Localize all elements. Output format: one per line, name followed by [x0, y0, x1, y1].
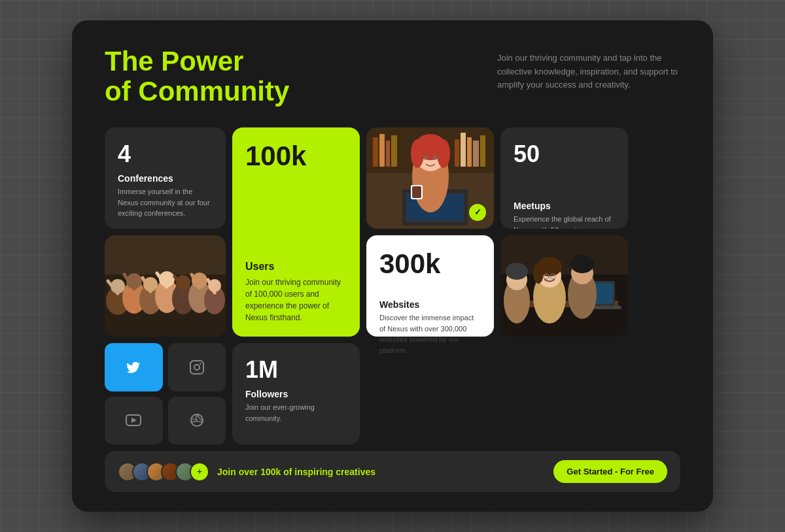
conferences-number: 4 [118, 141, 213, 168]
fifty-card: 50 Meetups Experience the global reach o… [500, 127, 628, 229]
group-photo-card [105, 235, 226, 337]
avatar-plus: + [190, 462, 209, 482]
websites-label: Websites [379, 299, 481, 310]
users-info: Users Join our thriving community of 100… [245, 261, 347, 324]
fifty-number: 50 [514, 141, 615, 168]
svg-rect-34 [386, 141, 390, 167]
svg-rect-36 [455, 139, 459, 167]
svg-marker-27 [131, 418, 137, 423]
twitter-icon [126, 361, 141, 373]
column-2: 100k Users Join our thriving community o… [232, 127, 360, 444]
svg-rect-37 [461, 133, 466, 167]
svg-rect-40 [480, 135, 485, 167]
svg-point-48 [437, 139, 450, 168]
dribbble-icon [190, 413, 204, 427]
svg-rect-52 [412, 186, 421, 198]
svg-point-62 [533, 263, 544, 284]
check-badge: ✓ [469, 204, 486, 221]
column-4: 50 Meetups Experience the global reach o… [500, 127, 628, 444]
meetups-desc: Experience the global reach of Nexus wit… [514, 214, 615, 229]
meeting-photo-svg [500, 235, 628, 337]
websites-number: 300k [379, 248, 481, 280]
title-line1: The Power [105, 46, 243, 76]
svg-rect-32 [373, 137, 378, 167]
svg-point-68 [506, 263, 528, 280]
bottom-left: + Join over 100k of inspiring creatives [118, 462, 375, 482]
followers-card: 1M Followers Join our ever-growing commu… [232, 343, 360, 444]
device-frame: The Power of Community Join our thriving… [72, 20, 713, 512]
main-grid: 4 Conferences Immerse yourself in the Ne… [105, 127, 680, 444]
followers-number: 1M [245, 356, 347, 384]
column-3: ✓ 300k Websites Discover the immense imp… [366, 127, 494, 444]
group-photo-svg [105, 235, 226, 337]
svg-point-49 [424, 156, 428, 160]
lady-photo-card: ✓ [366, 127, 494, 229]
bottom-bar: + Join over 100k of inspiring creatives … [105, 451, 680, 492]
header: The Power of Community Join our thriving… [105, 46, 680, 107]
column-1: 4 Conferences Immerse yourself in the Ne… [105, 127, 226, 444]
avatars-group: + [118, 462, 209, 482]
svg-point-50 [433, 156, 437, 160]
websites-card: 300k Websites Discover the immense impac… [366, 235, 494, 337]
users-number: 100k [245, 141, 347, 172]
youtube-button[interactable] [105, 397, 163, 445]
conferences-desc: Immerse yourself in the Nexus community … [118, 186, 213, 219]
instagram-icon [190, 360, 204, 374]
conferences-card: 4 Conferences Immerse yourself in the Ne… [105, 127, 226, 229]
title: The Power of Community [105, 46, 289, 107]
svg-rect-39 [473, 141, 479, 167]
meeting-photo-card [500, 235, 628, 337]
header-description: Join our thriving community and tap into… [497, 46, 680, 92]
svg-point-47 [411, 139, 424, 168]
twitter-button[interactable] [105, 343, 163, 391]
meetups-label: Meetups [514, 201, 615, 211]
svg-rect-35 [391, 135, 397, 167]
cta-button[interactable]: Get Started - For Free [553, 460, 667, 483]
followers-desc: Join our ever-growing community. [245, 402, 347, 424]
title-highlight: Community [138, 76, 289, 107]
svg-point-24 [194, 365, 200, 370]
followers-label: Followers [245, 389, 347, 399]
svg-rect-33 [379, 134, 385, 167]
websites-desc: Discover the immense impact of Nexus wit… [379, 312, 481, 356]
headline: The Power of Community [105, 46, 289, 107]
svg-point-65 [570, 255, 594, 273]
join-text: Join over 100k of inspiring creatives [217, 467, 375, 477]
svg-rect-38 [467, 137, 472, 167]
social-buttons [105, 343, 226, 444]
conferences-label: Conferences [118, 173, 213, 184]
youtube-icon [126, 414, 141, 426]
title-line2: of [105, 76, 138, 107]
users-desc: Join our thriving community of 100,000 u… [245, 276, 347, 324]
svg-point-25 [200, 363, 201, 364]
dribbble-button[interactable] [168, 397, 226, 445]
users-card: 100k Users Join our thriving community o… [232, 127, 360, 337]
users-label: Users [245, 261, 347, 273]
instagram-button[interactable] [168, 343, 226, 391]
svg-rect-23 [190, 361, 203, 374]
